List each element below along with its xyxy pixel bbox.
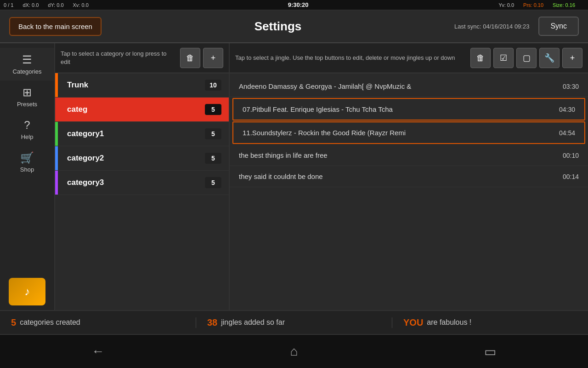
square-icon: ▢	[523, 53, 531, 63]
jingle-name: 07.Pitbull Feat. Enrique Iglesias - Tchu…	[243, 105, 550, 113]
jingle-name: 11.Soundstylerz - Rockin the Good Ride (…	[243, 129, 550, 137]
recent-nav-button[interactable]: ▭	[476, 340, 504, 363]
plus-jingle-icon: +	[570, 53, 575, 63]
category-name: category1	[62, 129, 205, 138]
sidebar-item-help[interactable]: ? Help	[0, 113, 54, 146]
category-color-bar	[55, 171, 58, 195]
status-time: 9:30:20	[98, 1, 499, 8]
jingle-duration: 04:54	[559, 129, 575, 137]
wrench-icon: 🔧	[544, 53, 554, 63]
jingle-duration: 00:14	[563, 173, 579, 180]
header: Back to the main screen Settings Last sy…	[0, 10, 588, 43]
home-icon: ⌂	[290, 344, 298, 359]
praise-you: YOU	[403, 317, 423, 328]
jingle-name: they said it couldnt be done	[239, 172, 554, 180]
jingle-duration: 00:10	[563, 152, 579, 159]
category-item[interactable]: Trunk 10	[55, 73, 229, 98]
footer-praise: YOU are fabulous !	[392, 317, 588, 328]
jingle-item[interactable]: Andeeno Damassy & Georgya - Jamilah[ @ N…	[230, 76, 588, 97]
categories-list: Trunk 10 categ 5 category1 5 category2 5…	[55, 73, 229, 310]
categories-panel: Tap to select a category or long press t…	[55, 43, 230, 310]
home-nav-button[interactable]: ⌂	[280, 340, 308, 363]
jingle-item[interactable]: 11.Soundstylerz - Rockin the Good Ride (…	[232, 121, 585, 144]
menu-icon: ☰	[22, 53, 32, 66]
category-color-bar	[55, 98, 58, 121]
delete-jingle-button[interactable]: 🗑	[470, 48, 491, 68]
check-icon: ☑	[500, 53, 507, 63]
jingles-panel: Tap to select a jingle. Use the top butt…	[230, 43, 588, 310]
category-item[interactable]: category2 5	[55, 146, 229, 171]
jingles-count: 38	[207, 317, 217, 328]
praise-label: are fabulous !	[427, 318, 471, 327]
expand-button[interactable]: ▢	[516, 48, 537, 68]
categories-header: Tap to select a category or long press t…	[55, 43, 229, 73]
back-button[interactable]: Back to the main screen	[9, 17, 102, 36]
nav-bar: ← ⌂ ▭	[0, 334, 588, 368]
sidebar-label-presets: Presets	[17, 101, 37, 108]
back-arrow-icon: ←	[91, 344, 104, 359]
categories-hint: Tap to select a category or long press t…	[61, 50, 177, 66]
jingle-name: Andeeno Damassy & Georgya - Jamilah[ @ N…	[239, 82, 554, 90]
jingles-count-label: jingles added so far	[221, 318, 285, 327]
footer-categories: 5 categories created	[0, 317, 196, 328]
recent-icon: ▭	[484, 344, 496, 359]
category-name: Trunk	[62, 80, 205, 90]
sidebar-label-categories: Categories	[13, 68, 42, 75]
add-jingle-button[interactable]: +	[562, 48, 582, 68]
category-count: 5	[205, 153, 221, 164]
footer-jingles: 38 jingles added so far	[196, 317, 392, 328]
categories-count-label: categories created	[20, 318, 80, 327]
trash-icon: 🗑	[186, 53, 194, 63]
add-category-button[interactable]: +	[203, 48, 223, 68]
checkbox-button[interactable]: ☑	[493, 48, 514, 68]
music-note-icon: ♪	[24, 285, 30, 298]
music-button[interactable]: ♪	[9, 278, 45, 305]
category-color-bar	[55, 73, 58, 97]
sidebar-item-presets[interactable]: ⊞ Presets	[0, 80, 54, 113]
jingles-list: Andeeno Damassy & Georgya - Jamilah[ @ N…	[230, 73, 588, 310]
tools-button[interactable]: 🔧	[539, 48, 560, 68]
status-pos: 0 / 1	[4, 2, 13, 8]
jingle-name: the best things in life are free	[239, 151, 554, 159]
category-count: 10	[205, 80, 221, 91]
sidebar-item-categories[interactable]: ☰ Categories	[0, 48, 54, 80]
category-item[interactable]: category3 5	[55, 171, 229, 195]
grid-icon: ⊞	[23, 86, 32, 99]
status-bar: 0 / 1 dX: 0.0 dY: 0.0 Xv: 0.0 9:30:20 Yv…	[0, 0, 588, 10]
category-item[interactable]: categ 5	[55, 98, 229, 122]
delete-category-button[interactable]: 🗑	[180, 48, 200, 68]
category-name: categ	[62, 105, 205, 114]
sidebar: ☰ Categories ⊞ Presets ? Help 🛒 Shop ♪	[0, 43, 55, 310]
jingle-duration: 03:30	[563, 83, 579, 90]
jingle-item[interactable]: they said it couldnt be done 00:14	[230, 166, 588, 187]
jingle-item[interactable]: 07.Pitbull Feat. Enrique Iglesias - Tchu…	[232, 98, 585, 121]
plus-icon: +	[211, 53, 216, 63]
jingles-header: Tap to select a jingle. Use the top butt…	[230, 43, 588, 73]
sync-button[interactable]: Sync	[538, 17, 579, 36]
status-size: Size: 0.16	[553, 2, 575, 8]
sidebar-label-help: Help	[21, 133, 34, 140]
sync-info: Last sync: 04/16/2014 09:23	[454, 23, 529, 30]
status-xv: Xv: 0.0	[73, 2, 89, 8]
shop-icon: 🛒	[20, 151, 34, 164]
back-nav-button[interactable]: ←	[84, 340, 112, 363]
status-prs: Prs: 0.10	[523, 2, 543, 8]
main-area: ☰ Categories ⊞ Presets ? Help 🛒 Shop ♪ T…	[0, 43, 588, 310]
status-yv: Yv: 0.0	[498, 2, 514, 8]
category-item[interactable]: category1 5	[55, 122, 229, 146]
status-dx: dX: 0.0	[23, 2, 39, 8]
sidebar-item-shop[interactable]: 🛒 Shop	[0, 146, 54, 178]
categories-count: 5	[11, 317, 16, 328]
category-count: 5	[205, 177, 221, 188]
category-color-bar	[55, 146, 58, 170]
category-color-bar	[55, 122, 58, 146]
help-icon: ?	[24, 119, 30, 132]
page-title: Settings	[102, 19, 454, 34]
jingles-hint: Tap to select a jingle. Use the top butt…	[235, 54, 468, 62]
category-count: 5	[205, 104, 221, 115]
jingle-duration: 04:30	[559, 106, 575, 113]
category-name: category2	[62, 154, 205, 163]
category-name: category3	[62, 178, 205, 187]
sidebar-label-shop: Shop	[20, 166, 34, 173]
jingle-item[interactable]: the best things in life are free 00:10	[230, 145, 588, 166]
